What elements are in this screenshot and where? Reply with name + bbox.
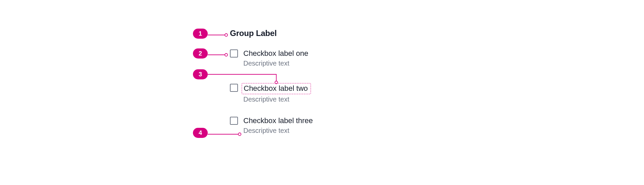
checkbox-label-2[interactable]: Checkbox label two [242,83,311,94]
annotation-badge-3: 3 [193,69,208,79]
annotation-badge-4: 4 [193,128,208,138]
annotation-badge-2-number: 2 [199,50,202,57]
checkbox-row-2: Checkbox label two Descriptive text [230,83,311,104]
checkbox-row-1: Checkbox label one Descriptive text [230,49,308,68]
checkbox-texts-3: Checkbox label three Descriptive text [243,116,313,135]
annotation-badge-3-number: 3 [199,71,202,78]
svg-point-3 [225,53,228,56]
checkbox-description-3: Descriptive text [243,126,313,135]
checkbox-texts-1: Checkbox label one Descriptive text [243,49,308,68]
checkbox-row-3: Checkbox label three Descriptive text [230,116,313,135]
checkbox-description-1: Descriptive text [243,59,308,68]
checkbox-label-1[interactable]: Checkbox label one [243,49,308,58]
group-label: Group Label [230,29,277,38]
annotation-badge-1-number: 1 [199,30,202,37]
checkbox-label-3[interactable]: Checkbox label three [243,116,313,125]
annotation-leader-1 [208,32,228,35]
annotation-leader-2 [208,52,228,55]
checkbox-input-1[interactable] [230,49,238,58]
checkbox-texts-2: Checkbox label two Descriptive text [243,83,311,104]
annotation-badge-1: 1 [193,29,208,39]
annotation-badge-2: 2 [193,48,208,59]
checkbox-input-3[interactable] [230,117,238,125]
checkbox-description-2: Descriptive text [243,95,311,104]
svg-point-1 [225,34,228,36]
annotation-badge-4-number: 4 [199,130,202,137]
checkbox-input-2[interactable] [230,84,238,92]
